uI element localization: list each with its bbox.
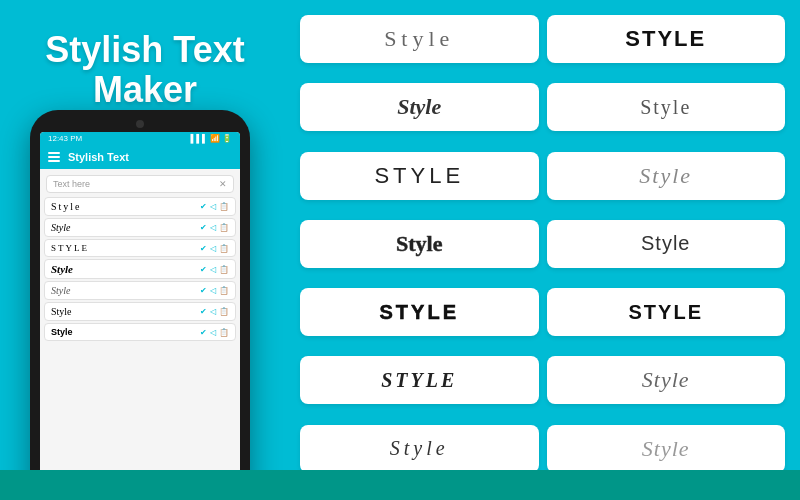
list-item[interactable]: Style ✔◁📋 [44,259,236,279]
style-grid: Style STYLE Style Style STYLE Style Styl… [300,15,785,485]
style-card-8[interactable]: Style [547,220,786,268]
phone-mockup: 12:43 PM ▌▌▌ 📶 🔋 Stylish Text Text here … [30,110,250,500]
style-text: STYLE [374,163,464,189]
style-card-13[interactable]: Style [300,425,539,473]
phone-search-bar[interactable]: Text here ✕ [46,175,234,193]
phone-signal: ▌▌▌ 📶 🔋 [191,134,232,143]
item-icons: ✔◁📋 [200,202,229,211]
phone-camera [136,120,144,128]
style-card-6[interactable]: Style [547,152,786,200]
style-card-4[interactable]: Style [547,83,786,131]
phone-status-bar: 12:43 PM ▌▌▌ 📶 🔋 [40,132,240,145]
list-item[interactable]: Style ✔◁📋 [44,302,236,321]
hamburger-icon[interactable] [48,152,60,162]
style-text: STYLE [629,301,703,324]
style-text: Style [384,26,454,52]
style-text: STYLE [381,369,457,392]
list-item[interactable]: Style ✔◁📋 [44,218,236,237]
phone-toolbar-title: Stylish Text [68,151,129,163]
item-icons: ✔◁📋 [200,328,229,337]
style-card-11[interactable]: STYLE [300,356,539,404]
style-text: Style [639,163,692,189]
teal-bottom-bar [0,470,800,500]
list-item[interactable]: Style ✔◁📋 [44,323,236,341]
style-card-10[interactable]: STYLE [547,288,786,336]
style-card-12[interactable]: Style [547,356,786,404]
clear-icon[interactable]: ✕ [219,179,227,189]
item-text: Style [51,263,73,275]
item-icons: ✔◁📋 [200,307,229,316]
search-placeholder: Text here [53,179,90,189]
item-icons: ✔◁📋 [200,244,229,253]
style-card-3[interactable]: Style [300,83,539,131]
style-text: Style [397,94,441,120]
style-text: STYLE [380,301,459,324]
style-text: Style [642,367,690,393]
item-text: Style [51,306,72,317]
right-section: Style STYLE Style Style STYLE Style Styl… [290,0,800,500]
phone-time: 12:43 PM [48,134,82,143]
item-text: Style [51,327,73,337]
list-item[interactable]: Style ✔◁📋 [44,197,236,216]
phone-outer: 12:43 PM ▌▌▌ 📶 🔋 Stylish Text Text here … [30,110,250,500]
style-text: STYLE [625,26,706,52]
style-text: Style [642,436,690,462]
left-section: Stylish Text Maker Fancy Text Generator … [0,0,290,500]
phone-toolbar: Stylish Text [40,145,240,169]
phone-screen: 12:43 PM ▌▌▌ 📶 🔋 Stylish Text Text here … [40,132,240,492]
item-text: Style [51,201,82,212]
phone-list: Style ✔◁📋 Style ✔◁📋 STYLE ✔◁📋 Style ✔◁📋 [40,197,240,470]
style-card-2[interactable]: STYLE [547,15,786,63]
list-item[interactable]: STYLE ✔◁📋 [44,239,236,257]
item-icons: ✔◁📋 [200,265,229,274]
item-icons: ✔◁📋 [200,286,229,295]
style-card-14[interactable]: Style [547,425,786,473]
list-item[interactable]: Style ✔◁📋 [44,281,236,300]
style-card-1[interactable]: Style [300,15,539,63]
item-icons: ✔◁📋 [200,223,229,232]
item-text: Style [51,222,70,233]
item-text: Style [51,285,70,296]
style-text: Style [396,231,442,257]
style-text: Style [640,96,691,119]
style-text: Style [390,437,449,460]
app-title: Stylish Text Maker [0,30,290,109]
item-text: STYLE [51,243,89,253]
style-text: Style [641,232,690,255]
style-card-9[interactable]: STYLE [300,288,539,336]
style-card-5[interactable]: STYLE [300,152,539,200]
style-card-7[interactable]: Style [300,220,539,268]
